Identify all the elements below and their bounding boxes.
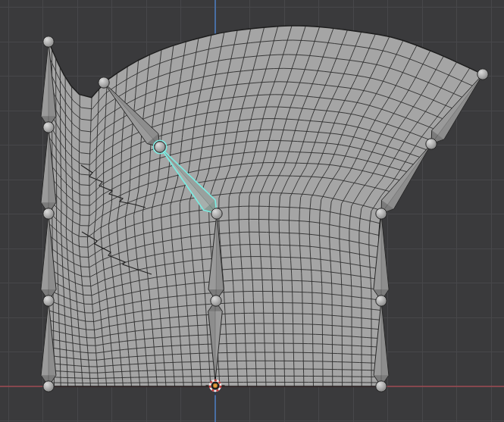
bone-joint[interactable] (43, 122, 54, 133)
bone-joint[interactable] (211, 208, 222, 219)
bone-joint[interactable] (426, 139, 437, 149)
bone-joint[interactable] (376, 208, 387, 219)
blender-3d-viewport[interactable] (0, 0, 504, 422)
bone-joint[interactable] (376, 295, 387, 306)
viewport-canvas[interactable] (0, 0, 504, 422)
cloth-mesh[interactable] (49, 26, 483, 386)
object-origin-dot[interactable] (213, 383, 218, 388)
bone-joint[interactable] (43, 295, 54, 306)
bone-joint[interactable] (99, 77, 109, 88)
bone-joint[interactable] (43, 381, 54, 392)
bone-joint[interactable] (376, 381, 387, 392)
bone-joint[interactable] (43, 36, 54, 47)
bone-joint[interactable] (477, 69, 488, 80)
bone-joint[interactable] (43, 208, 54, 219)
bone-joint-selected[interactable] (155, 142, 165, 152)
bone-joint[interactable] (211, 295, 221, 306)
